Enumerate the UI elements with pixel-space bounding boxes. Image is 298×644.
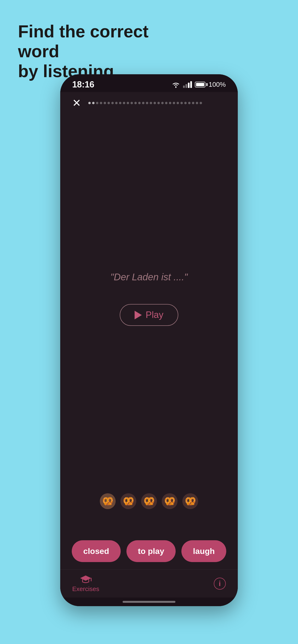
progress-dot-2: [96, 102, 98, 104]
progress-dot-24: [181, 102, 183, 104]
pretzel-icons-row: 🥨 🥨 🥨 🥨 🥨: [100, 493, 198, 509]
progress-dot-12: [134, 102, 137, 104]
exercises-label: Exercises: [72, 585, 99, 593]
battery-indicator: 100%: [195, 81, 226, 88]
svg-marker-1: [80, 576, 91, 581]
progress-dot-4: [104, 102, 106, 104]
status-bar: 18:16 100%: [60, 74, 238, 92]
status-icons: 100%: [172, 81, 226, 88]
progress-dot-6: [111, 102, 114, 104]
progress-dot-14: [142, 102, 144, 104]
progress-dot-21: [169, 102, 171, 104]
signal-icon: [183, 81, 192, 88]
answer-laugh-button[interactable]: laugh: [181, 540, 226, 562]
pretzel-icon-0: 🥨: [100, 493, 116, 509]
progress-dot-29: [200, 102, 202, 104]
status-time: 18:16: [72, 80, 94, 90]
progress-dot-7: [115, 102, 117, 104]
progress-dot-20: [165, 102, 168, 104]
progress-dot-17: [154, 102, 156, 104]
progress-dot-5: [107, 102, 110, 104]
pretzel-icon-3: 🥨: [162, 493, 178, 509]
progress-dot-18: [158, 102, 160, 104]
progress-dot-13: [138, 102, 140, 104]
progress-dot-22: [173, 102, 175, 104]
close-button[interactable]: ✕: [72, 97, 81, 109]
progress-dot-26: [188, 102, 191, 104]
exercises-icon: [80, 574, 92, 584]
progress-dot-9: [123, 102, 125, 104]
progress-dot-19: [161, 102, 164, 104]
wifi-icon: [172, 81, 180, 88]
progress-dot-10: [127, 102, 129, 104]
pretzel-icon-4: 🥨: [182, 493, 198, 509]
progress-dot-23: [177, 102, 179, 104]
progress-dot-25: [184, 102, 187, 104]
progress-dot-28: [196, 102, 198, 104]
svg-point-0: [175, 87, 177, 88]
progress-dot-16: [150, 102, 152, 104]
info-nav-item[interactable]: i: [214, 578, 226, 590]
sentence-text: "Der Laden ist ....": [110, 272, 188, 282]
progress-indicator: [88, 102, 226, 104]
info-icon: i: [214, 578, 226, 590]
progress-dot-11: [130, 102, 133, 104]
title-line1: Find the correct word: [18, 22, 148, 61]
play-triangle-icon: [135, 311, 142, 319]
progress-dot-3: [100, 102, 102, 104]
play-button[interactable]: Play: [120, 304, 178, 326]
progress-dot-0: [88, 102, 91, 104]
pretzel-icon-1: 🥨: [120, 493, 136, 509]
progress-dot-15: [146, 102, 148, 104]
page-title: Find the correct word by listening: [18, 22, 186, 81]
main-content: "Der Laden ist ...." Play 🥨 🥨 🥨 🥨 🥨: [60, 114, 238, 531]
bottom-nav: Exercises i: [60, 569, 238, 598]
progress-dot-27: [192, 102, 194, 104]
play-label: Play: [146, 310, 163, 320]
pretzel-icon-2: 🥨: [141, 493, 157, 509]
home-indicator: [60, 598, 238, 606]
answers-area: closed to play laugh: [60, 531, 238, 569]
exercises-nav-item[interactable]: Exercises: [72, 574, 99, 593]
nav-bar: ✕: [60, 92, 238, 114]
answer-to-play-button[interactable]: to play: [126, 540, 176, 562]
home-bar: [123, 601, 175, 603]
progress-dot-8: [119, 102, 121, 104]
phone-mockup: 18:16 100%: [60, 74, 238, 606]
answer-closed-button[interactable]: closed: [72, 540, 121, 562]
progress-dot-1: [92, 102, 95, 104]
